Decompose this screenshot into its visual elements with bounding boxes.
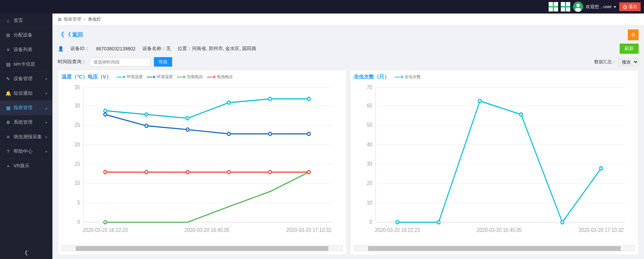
svg-point-47 <box>186 170 189 174</box>
chart1-svg-container: .axis-label{font-size:10px;fill:#999;} 0… <box>62 82 343 244</box>
svg-point-75 <box>561 220 564 224</box>
chart2-header: 击虫次数（只） 击虫次数 <box>354 74 635 80</box>
svg-rect-1 <box>554 2 558 6</box>
chart1-charge-voltage-line <box>105 172 309 222</box>
svg-point-46 <box>145 170 148 174</box>
user-label[interactable]: 欢迎您，user ▼ <box>586 4 617 10</box>
back-row: 《 《 返回 ⚙ <box>58 29 639 40</box>
summary-row: 数据汇总： 按次 按日 按月 <box>594 58 639 66</box>
breadcrumb-icon: ▦ <box>58 17 62 22</box>
device-id-value: 867038032139802 <box>96 46 136 51</box>
sysmgr-arrow-icon: ▾ <box>45 121 47 124</box>
power-icon: ⏻ <box>623 4 627 9</box>
refresh-button[interactable]: 刷新 <box>620 44 639 54</box>
svg-text:2020-03-20 16:45:05: 2020-03-20 16:45:05 <box>185 227 230 233</box>
legend-charge-line <box>177 77 182 77</box>
svg-point-10 <box>575 8 581 12</box>
sidebar-label-devmgr: 设备管理 <box>14 76 32 82</box>
legend-ambient-humidity-dot <box>153 76 155 78</box>
chart2-pest-count-line <box>397 101 601 222</box>
svg-point-76 <box>599 167 602 170</box>
svg-text:5: 5 <box>77 199 80 206</box>
report-icon: ▦ <box>5 105 11 111</box>
svg-point-50 <box>307 170 310 174</box>
svg-text:2020-03-20 16:45:05: 2020-03-20 16:45:05 <box>477 227 522 233</box>
svg-text:35: 35 <box>75 84 80 90</box>
avatar <box>573 2 583 12</box>
sidebar-item-sysmgr[interactable]: ⚙ 系统管理 ▾ <box>0 115 52 130</box>
topbar: 欢迎您，user ▼ ⏻ 退出 <box>0 0 644 14</box>
pest-icon: ≡ <box>5 134 11 140</box>
svg-text:25: 25 <box>75 122 80 128</box>
chart2-scrollbar[interactable] <box>354 245 635 251</box>
time-range-label: 时间段查询： <box>58 59 86 65</box>
svg-text:40: 40 <box>367 141 372 147</box>
device-name-label: 设备名称：无 <box>142 46 171 52</box>
breadcrumb-parent[interactable]: 报表管理 <box>64 16 81 22</box>
sidebar-item-home[interactable]: ⌂ 首页 <box>0 14 52 28</box>
sidebar-label-home: 首页 <box>14 18 23 24</box>
sidebar-item-help[interactable]: ? 帮助中心 ▾ <box>0 144 52 159</box>
logout-button[interactable]: ⏻ 退出 <box>619 2 641 11</box>
svg-point-40 <box>227 132 230 136</box>
svg-point-74 <box>520 113 523 116</box>
svg-point-36 <box>307 97 310 101</box>
back-button[interactable]: 《 《 返回 <box>58 31 83 39</box>
devmgr-icon: ✎ <box>5 76 11 81</box>
report-arrow-icon: ▴ <box>45 106 47 110</box>
sidebar-collapse-button[interactable]: ❮ <box>0 245 52 259</box>
filter-button[interactable]: 筛选 <box>154 57 172 67</box>
chart2-legend: 击虫次数 <box>395 74 421 80</box>
sms-icon: 🔔 <box>5 91 11 96</box>
sidebar-label-sim: sim卡信息 <box>14 61 35 67</box>
legend-ambient-temp-line <box>117 77 122 77</box>
chart1-scrollbar[interactable] <box>62 245 343 251</box>
svg-text:30: 30 <box>367 161 372 167</box>
pest-arrow-icon: ▾ <box>45 135 47 139</box>
chart1-title: 温度（°C）电压（V） <box>62 74 111 80</box>
legend-battery-dot <box>213 76 215 78</box>
icon-grid2[interactable] <box>561 2 570 11</box>
sidebar-item-assign[interactable]: ⊞ 分配设备 <box>0 28 52 43</box>
chart1-scrollbar-thumb[interactable] <box>76 246 328 251</box>
sidebar-item-report[interactable]: ▦ 报表管理 ▴ <box>0 101 52 115</box>
sidebar-item-devmgr[interactable]: ✎ 设备管理 ▾ <box>0 72 52 86</box>
svg-point-71 <box>396 220 399 224</box>
content-area: ▦ 报表管理 > 杀虫灯 《 《 返回 ⚙ 👤 设备ID： 86703803 <box>52 14 644 259</box>
svg-text:0: 0 <box>77 219 80 225</box>
chart2-scrollbar-thumb[interactable] <box>368 246 621 251</box>
assign-icon: ⊞ <box>5 32 11 38</box>
time-range-input[interactable] <box>90 58 151 66</box>
svg-text:10: 10 <box>367 199 372 206</box>
chart-temp-voltage: 温度（°C）电压（V） 环境温度 <box>58 70 347 255</box>
breadcrumb: ▦ 报表管理 > 杀虫灯 <box>52 14 644 25</box>
sim-icon: ▤ <box>5 62 11 67</box>
sidebar-item-pest[interactable]: ≡ 病虫测报采集 ▾ <box>0 130 52 144</box>
legend-ambient-humidity-line <box>147 77 152 77</box>
summary-select[interactable]: 按次 按日 按月 <box>618 58 639 66</box>
legend-charge-voltage: 充电电压 <box>177 74 203 80</box>
legend-charge-dot <box>183 76 185 78</box>
svg-point-73 <box>478 99 481 103</box>
sidebar-label-sms: 短信通知 <box>14 90 32 96</box>
svg-point-39 <box>186 128 189 131</box>
legend-pest-dot <box>401 76 403 78</box>
legend-ambient-humidity: 环境湿度 <box>147 74 173 80</box>
icon-grid1[interactable] <box>549 2 558 11</box>
filter-row: 时间段查询： 筛选 数据汇总： 按次 按日 按月 <box>58 57 639 67</box>
sidebar-item-devlist[interactable]: ≡ 设备列表 <box>0 43 52 57</box>
svg-point-41 <box>269 132 272 136</box>
settings-button[interactable]: ⚙ <box>628 29 639 40</box>
svg-text:0: 0 <box>369 219 372 225</box>
sidebar-item-vr[interactable]: + VR展示 <box>0 159 52 173</box>
home-icon: ⌂ <box>5 18 11 23</box>
sidebar-item-sim[interactable]: ▤ sim卡信息 <box>0 57 52 72</box>
summary-label: 数据汇总： <box>594 59 616 65</box>
device-user-icon: 👤 <box>58 46 64 51</box>
svg-point-34 <box>227 101 230 104</box>
svg-text:70: 70 <box>367 84 372 90</box>
svg-text:30: 30 <box>75 102 80 109</box>
sidebar-label-report: 报表管理 <box>14 105 32 111</box>
sidebar-item-sms[interactable]: 🔔 短信通知 ▾ <box>0 86 52 101</box>
svg-point-49 <box>269 170 272 174</box>
